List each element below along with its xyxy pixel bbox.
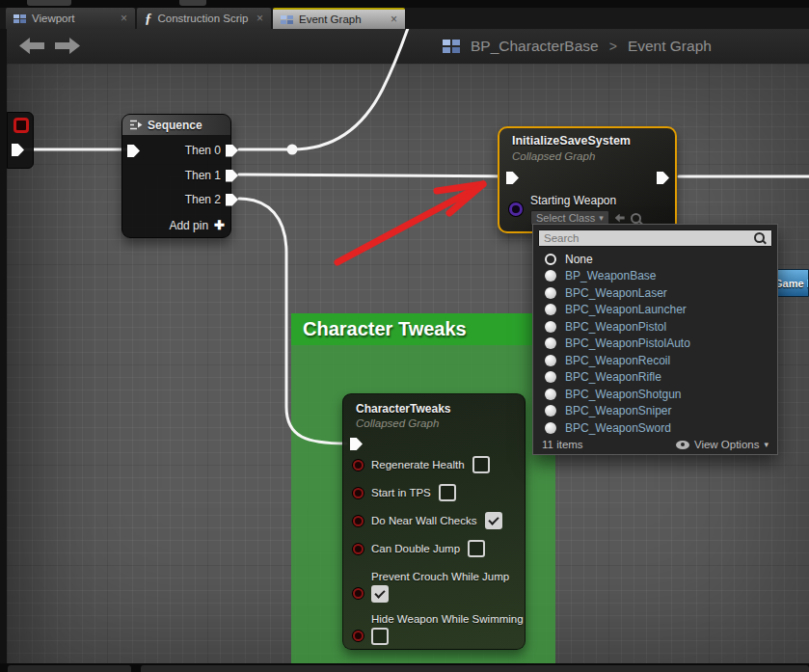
tab-bar: Viewport × ƒ Construction Scrip × Event … — [0, 8, 809, 29]
checkbox[interactable] — [439, 484, 456, 501]
exec-output-pin[interactable] — [226, 170, 238, 182]
tab-viewport[interactable]: Viewport × — [6, 8, 135, 29]
class-item[interactable]: BPC_WeaponRecoil — [533, 352, 777, 369]
checkbox[interactable] — [485, 512, 502, 529]
option-row: Regenerate Health — [353, 456, 519, 473]
exec-output-pin[interactable] — [226, 145, 238, 157]
event-node-clipped[interactable] — [7, 112, 34, 169]
class-item[interactable]: BP_WeaponBase — [533, 268, 777, 285]
bottom-panel-edge — [8, 665, 131, 672]
character-tweaks-node[interactable]: CharacterTweaks Collapsed Graph Regenera… — [342, 393, 526, 650]
pin-row-then0: Then 0 — [185, 144, 238, 157]
exec-input-pin[interactable] — [127, 145, 140, 157]
initialize-save-system-node[interactable]: InitializeSaveSystem Collapsed Graph Sta… — [498, 126, 677, 233]
select-class-value: Select Class — [536, 212, 595, 224]
add-pin-button[interactable]: Add pin ✚ — [169, 218, 225, 232]
panel-left-border — [0, 29, 7, 663]
exec-input-pin[interactable] — [350, 438, 363, 450]
class-item-none[interactable]: None — [533, 251, 777, 268]
grid-icon — [281, 15, 293, 24]
graph-toolbar: BP_CharacterBase > Event Graph — [7, 29, 809, 64]
use-asset-arrow-icon[interactable] — [615, 214, 625, 223]
search-box — [538, 228, 772, 246]
radio-icon — [545, 405, 556, 417]
tab-event-graph[interactable]: Event Graph × — [273, 8, 405, 29]
bottom-panel-edge — [141, 665, 809, 672]
tab-construction-script[interactable]: ƒ Construction Scrip × — [137, 8, 271, 29]
class-item-label: BPC_WeaponLaser — [565, 286, 667, 300]
class-item-label: BPC_WeaponLauncher — [565, 303, 687, 316]
blueprint-editor-window: Viewport × ƒ Construction Scrip × Event … — [0, 0, 809, 672]
view-options-button[interactable]: View Options ▾ — [676, 439, 769, 450]
checkbox[interactable] — [472, 456, 490, 473]
checkbox[interactable] — [468, 540, 485, 557]
radio-icon — [545, 270, 556, 282]
checkbox[interactable] — [371, 628, 389, 645]
radio-icon — [545, 355, 556, 366]
node-subtitle: Collapsed Graph — [356, 417, 439, 429]
bool-input-pin[interactable] — [353, 588, 364, 599]
class-input-pin[interactable] — [509, 202, 523, 216]
exec-input-pin[interactable] — [506, 172, 519, 184]
class-item[interactable]: BPC_WeaponLauncher — [533, 302, 777, 319]
breadcrumb-root[interactable]: BP_CharacterBase — [471, 38, 599, 55]
radio-icon — [545, 304, 556, 315]
search-icon — [754, 232, 765, 243]
class-item[interactable]: BPC_WeaponPistolAuto — [533, 336, 777, 353]
chevron-down-icon: ▾ — [599, 213, 604, 223]
sequence-node-title: Sequence — [148, 119, 202, 132]
class-item[interactable]: BPC_WeaponSword — [533, 419, 777, 437]
class-item[interactable]: BPC_WeaponRifle — [533, 369, 777, 387]
radio-icon — [545, 321, 556, 333]
bool-input-pin[interactable] — [353, 460, 364, 470]
class-item[interactable]: BPC_WeaponSniper — [533, 403, 777, 420]
breadcrumb-current: Event Graph — [628, 38, 712, 55]
sequence-node[interactable]: Sequence Then 0 Then 1 Then 2 Add pin ✚ — [121, 114, 231, 238]
add-pin-label: Add pin — [169, 219, 208, 232]
window-top-strip — [0, 0, 809, 8]
close-icon[interactable]: × — [391, 13, 397, 25]
class-list: None BP_WeaponBase BPC_WeaponLaser BPC_W… — [533, 251, 777, 437]
radio-icon — [545, 389, 556, 400]
node-subtitle: Collapsed Graph — [512, 150, 595, 162]
node-title: InitializeSaveSystem — [512, 134, 631, 148]
plus-icon: ✚ — [214, 218, 225, 232]
option-label: Start in TPS — [371, 487, 431, 498]
class-item-label: BPC_WeaponPistolAuto — [565, 336, 690, 350]
view-options-label: View Options — [694, 439, 760, 450]
node-title: CharacterTweaks — [356, 402, 451, 416]
exec-output-pin[interactable] — [226, 194, 238, 206]
option-row: Start in TPS — [353, 484, 519, 501]
breadcrumb-separator: > — [609, 39, 617, 54]
browse-icon[interactable] — [631, 213, 641, 224]
class-item[interactable]: BPC_WeaponLaser — [533, 284, 777, 302]
sequence-node-header[interactable]: Sequence — [122, 115, 230, 135]
close-icon[interactable]: × — [121, 13, 127, 24]
bool-input-pin[interactable] — [353, 631, 364, 641]
breadcrumb: BP_CharacterBase > Event Graph — [443, 29, 712, 64]
pin-row-then2: Then 2 — [185, 193, 238, 206]
class-picker-dropdown: None BP_WeaponBase BPC_WeaponLaser BPC_W… — [532, 224, 778, 455]
top-strip-segment — [179, 0, 206, 6]
chevron-down-icon: ▾ — [764, 440, 769, 449]
option-label: Can Double Jump — [371, 543, 460, 554]
search-input[interactable] — [538, 229, 772, 247]
class-item[interactable]: BPC_WeaponPistol — [533, 318, 777, 336]
class-item-label: BPC_WeaponShotgun — [565, 388, 682, 401]
function-icon: ƒ — [145, 12, 152, 26]
bool-input-pin[interactable] — [353, 516, 364, 526]
back-arrow-icon[interactable] — [19, 38, 44, 54]
comment-header[interactable]: Character Tweaks — [291, 313, 555, 345]
class-item[interactable]: BPC_WeaponShotgun — [533, 386, 777, 403]
bool-input-pin[interactable] — [353, 544, 364, 554]
option-row: Can Double Jump — [353, 540, 519, 557]
exec-output-pin[interactable] — [12, 144, 24, 156]
tab-label: Event Graph — [299, 13, 362, 25]
bool-input-pin[interactable] — [353, 488, 364, 498]
checkbox[interactable] — [371, 585, 389, 603]
forward-arrow-icon[interactable] — [55, 38, 80, 54]
close-icon[interactable]: × — [256, 13, 263, 24]
pin-label: Then 1 — [185, 169, 221, 182]
radio-icon — [545, 337, 556, 349]
exec-output-pin[interactable] — [657, 172, 669, 184]
